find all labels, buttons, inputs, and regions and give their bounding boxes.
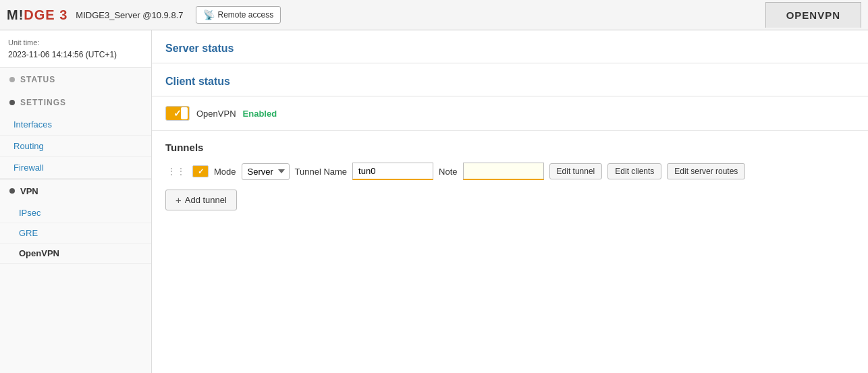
ipsec-label: IPsec — [19, 208, 41, 218]
tunnels-title: Tunnels — [165, 142, 855, 153]
edit-server-routes-button[interactable]: Edit server routes — [667, 163, 745, 179]
antenna-icon: 📡 — [203, 9, 215, 20]
note-label: Note — [439, 167, 457, 177]
main-layout: Unit time: 2023-11-06 14:14:56 (UTC+1) S… — [0, 30, 868, 373]
server-status-section: Server status — [152, 30, 868, 63]
remote-access-button[interactable]: 📡 Remote access — [196, 6, 281, 24]
unit-time-value: 2023-11-06 14:14:56 (UTC+1) — [8, 49, 143, 61]
logo: M!DGE 3 — [7, 7, 67, 23]
sidebar-nav: STATUS SETTINGS Interfaces Routing Firew… — [0, 68, 151, 374]
sidebar-vpn-header[interactable]: VPN — [0, 179, 151, 203]
settings-dot — [9, 100, 15, 105]
content-area: Server status Client status OpenVPN Enab… — [152, 30, 868, 373]
drag-handle-icon[interactable]: ⋮⋮ — [165, 166, 187, 177]
tunnel-name-label: Tunnel Name — [295, 167, 348, 177]
mode-label: Mode — [214, 167, 236, 177]
sidebar: Unit time: 2023-11-06 14:14:56 (UTC+1) S… — [0, 30, 152, 373]
settings-label: SETTINGS — [20, 98, 66, 107]
status-dot — [9, 77, 15, 82]
server-status-title: Server status — [165, 42, 855, 55]
vpn-dot — [9, 188, 15, 194]
edit-tunnel-button[interactable]: Edit tunnel — [549, 163, 603, 179]
sidebar-item-gre[interactable]: GRE — [0, 223, 151, 243]
add-icon: + — [175, 194, 182, 206]
sidebar-item-routing[interactable]: Routing — [0, 136, 151, 157]
status-label: STATUS — [20, 75, 55, 84]
sidebar-status[interactable]: STATUS — [0, 68, 151, 91]
sidebar-item-interfaces[interactable]: Interfaces — [0, 114, 151, 136]
client-status-title: Client status — [165, 76, 855, 88]
unit-time-label: Unit time: — [8, 37, 143, 49]
client-status-section: Client status — [152, 63, 868, 96]
topbar: M!DGE 3 MIDGE3_Server @10.9.8.7 📡 Remote… — [0, 0, 868, 30]
sidebar-item-ipsec[interactable]: IPsec — [0, 203, 151, 223]
tunnel-row: ⋮⋮ Mode Server Client Tunnel Name Note E… — [165, 163, 855, 180]
openvpn-tab[interactable]: OPENVPN — [765, 2, 861, 28]
sidebar-item-openvpn[interactable]: OpenVPN — [0, 243, 151, 264]
toggle-slider — [181, 107, 188, 119]
openvpn-toggle-label: OpenVPN — [196, 109, 236, 119]
sidebar-settings[interactable]: SETTINGS — [0, 91, 151, 114]
openvpn-toggle-row: OpenVPN Enabled — [152, 96, 868, 131]
remote-access-label: Remote access — [218, 10, 274, 20]
tunnel-name-input[interactable] — [352, 163, 433, 180]
sidebar-item-firewall[interactable]: Firewall — [0, 157, 151, 179]
openvpn-toggle[interactable] — [165, 106, 190, 121]
routing-label: Routing — [13, 141, 44, 151]
device-name: MIDGE3_Server @10.9.8.7 — [76, 10, 183, 20]
openvpn-sidebar-label: OpenVPN — [19, 248, 59, 258]
add-tunnel-button[interactable]: + Add tunnel — [165, 190, 237, 210]
unit-time: Unit time: 2023-11-06 14:14:56 (UTC+1) — [0, 30, 151, 68]
note-input[interactable] — [463, 163, 544, 180]
tunnel-enable-checkbox[interactable] — [192, 165, 209, 177]
interfaces-label: Interfaces — [13, 119, 52, 130]
enabled-badge: Enabled — [243, 109, 277, 119]
firewall-label: Firewall — [13, 163, 44, 173]
vpn-label: VPN — [20, 186, 38, 196]
tunnels-section: Tunnels ⋮⋮ Mode Server Client Tunnel Nam… — [152, 131, 868, 221]
edit-clients-button[interactable]: Edit clients — [607, 163, 661, 179]
add-tunnel-label: Add tunnel — [185, 195, 227, 205]
gre-label: GRE — [19, 228, 38, 238]
mode-select[interactable]: Server Client — [242, 163, 290, 180]
